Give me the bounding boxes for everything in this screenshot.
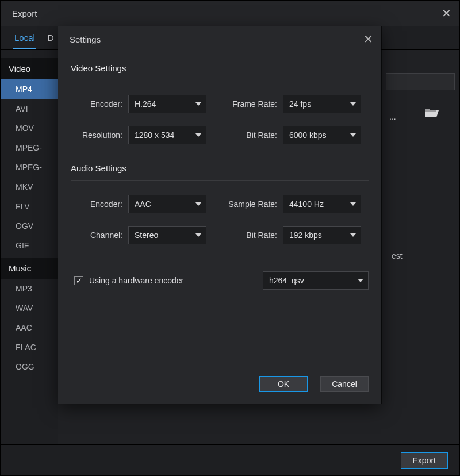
export-footer: Export — [1, 444, 459, 475]
sidebar-item-flac[interactable]: FLAC — [1, 337, 58, 357]
estimate-fragment: est — [392, 251, 402, 260]
chevron-down-icon — [195, 202, 201, 206]
video-resolution-value: 1280 x 534 — [135, 130, 174, 140]
audio-bitrate-label: Bit Rate: — [220, 231, 283, 240]
audio-samplerate-value: 44100 Hz — [289, 199, 324, 209]
sidebar-section-music: Music — [1, 258, 58, 279]
audio-row-1: Encoder: AAC Sample Rate: 44100 Hz — [71, 189, 369, 220]
chevron-down-icon — [195, 102, 201, 106]
close-icon[interactable]: ✕ — [442, 6, 451, 20]
sidebar-item-gif[interactable]: GIF — [1, 236, 58, 255]
audio-channel-label: Channel: — [71, 231, 128, 240]
audio-row-2: Channel: Stereo Bit Rate: 192 kbps — [71, 220, 369, 251]
sidebar-item-mkv[interactable]: MKV — [1, 177, 58, 197]
chevron-down-icon — [350, 233, 356, 237]
audio-encoder-label: Encoder: — [71, 199, 128, 209]
settings-title: Settings — [70, 34, 101, 44]
video-bitrate-select[interactable]: 6000 kbps — [283, 126, 361, 144]
video-resolution-select[interactable]: 1280 x 534 — [128, 126, 206, 144]
hardware-encoder-value: h264_qsv — [269, 276, 304, 285]
audio-samplerate-select[interactable]: 44100 Hz — [283, 195, 361, 213]
tab-local[interactable]: Local — [13, 27, 36, 49]
hardware-encoder-select[interactable]: h264_qsv — [263, 271, 369, 290]
video-encoder-select[interactable]: H.264 — [128, 95, 206, 113]
export-button[interactable]: Export — [401, 452, 448, 469]
sidebar-item-avi[interactable]: AVI — [1, 99, 58, 118]
video-framerate-select[interactable]: 24 fps — [283, 95, 361, 113]
sidebar-item-wav[interactable]: WAV — [1, 298, 58, 318]
chevron-down-icon — [350, 133, 356, 137]
audio-channel-select[interactable]: Stereo — [128, 226, 206, 244]
audio-samplerate-label: Sample Rate: — [220, 199, 283, 209]
settings-body: Video Settings Encoder: H.264 Frame Rate… — [58, 52, 381, 290]
sidebar: Video MP4 AVI MOV MPEG- MPEG- MKV FLV OG… — [1, 50, 58, 444]
audio-bitrate-value: 192 kbps — [289, 231, 322, 240]
chevron-down-icon — [195, 233, 201, 237]
sidebar-item-mov[interactable]: MOV — [1, 118, 58, 138]
video-bitrate-label: Bit Rate: — [220, 130, 283, 140]
chevron-down-icon — [350, 102, 356, 106]
chevron-down-icon — [350, 202, 356, 206]
audio-channel-value: Stereo — [135, 231, 158, 240]
check-icon: ✓ — [76, 277, 82, 285]
hardware-encoder-checkbox[interactable]: ✓ — [74, 276, 83, 285]
sidebar-item-aac[interactable]: AAC — [1, 318, 58, 337]
tab-device[interactable]: D — [47, 27, 55, 49]
sidebar-section-video: Video — [1, 58, 58, 79]
sidebar-item-mpeg1[interactable]: MPEG- — [1, 138, 58, 158]
divider — [71, 80, 369, 80]
cancel-button[interactable]: Cancel — [320, 376, 369, 392]
hardware-encoder-label[interactable]: Using a hardware encoder — [89, 276, 183, 285]
settings-footer: OK Cancel — [58, 374, 381, 394]
audio-bitrate-select[interactable]: 192 kbps — [283, 226, 361, 244]
video-bitrate-value: 6000 kbps — [289, 130, 327, 140]
ok-button[interactable]: OK — [259, 376, 308, 392]
export-title: Export — [12, 9, 37, 18]
folder-icon — [424, 107, 439, 118]
close-icon[interactable]: ✕ — [363, 32, 373, 46]
sidebar-item-ogg[interactable]: OGG — [1, 357, 58, 377]
hardware-encoder-row: ✓ Using a hardware encoder h264_qsv — [71, 251, 369, 290]
video-resolution-label: Resolution: — [71, 130, 128, 140]
export-name-field[interactable] — [386, 73, 455, 90]
audio-settings-heading: Audio Settings — [71, 151, 369, 180]
video-framerate-label: Frame Rate: — [220, 99, 283, 109]
video-settings-heading: Video Settings — [71, 55, 369, 80]
video-row-1: Encoder: H.264 Frame Rate: 24 fps — [71, 89, 369, 120]
video-row-2: Resolution: 1280 x 534 Bit Rate: 6000 kb… — [71, 120, 369, 151]
browse-ellipsis: ... — [389, 112, 396, 121]
settings-titlebar: Settings ✕ — [58, 26, 381, 52]
sidebar-item-mpeg2[interactable]: MPEG- — [1, 158, 58, 177]
sidebar-item-flv[interactable]: FLV — [1, 197, 58, 216]
divider — [71, 180, 369, 181]
video-encoder-value: H.264 — [135, 99, 156, 109]
audio-encoder-select[interactable]: AAC — [128, 195, 206, 213]
chevron-down-icon — [195, 133, 201, 137]
browse-button[interactable] — [420, 103, 443, 122]
sidebar-item-mp4[interactable]: MP4 — [1, 79, 58, 99]
settings-modal: Settings ✕ Video Settings Encoder: H.264… — [58, 26, 381, 404]
sidebar-item-mp3[interactable]: MP3 — [1, 279, 58, 298]
video-framerate-value: 24 fps — [289, 99, 311, 109]
audio-encoder-value: AAC — [135, 199, 151, 209]
chevron-down-icon — [358, 279, 363, 282]
sidebar-item-ogv[interactable]: OGV — [1, 216, 58, 236]
video-encoder-label: Encoder: — [71, 99, 128, 109]
export-titlebar: Export ✕ — [1, 1, 459, 26]
